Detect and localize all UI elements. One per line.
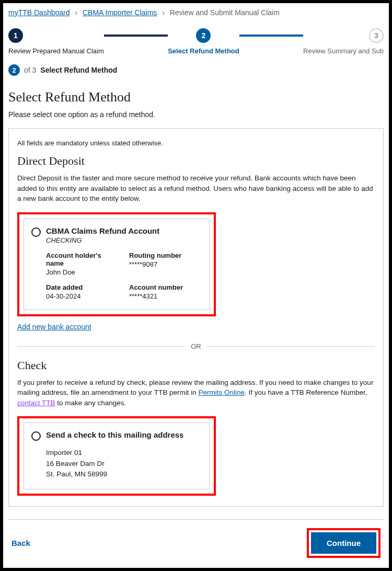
step-3-circle: 3 bbox=[369, 28, 384, 43]
mailing-address: Importer 01 16 Beaver Dam Dr St. Paul, M… bbox=[46, 448, 202, 479]
footer-rule bbox=[8, 519, 384, 520]
account-holder-label: Account holder's name bbox=[46, 252, 119, 267]
routing-number-value: *****9087 bbox=[129, 260, 202, 268]
radio-icon bbox=[31, 431, 41, 441]
check-desc-suffix: to make any changes. bbox=[55, 399, 126, 407]
step-1-label: Review Prepared Manual Claim bbox=[8, 47, 104, 55]
date-added-value: 04-30-2024 bbox=[46, 292, 119, 300]
continue-highlight: Continue bbox=[307, 528, 381, 558]
check-desc-mid: . If you have a TTB Reference Number, bbox=[245, 389, 367, 396]
address-line-3: St. Paul, MN 58999 bbox=[46, 469, 202, 479]
step-1-circle: 1 bbox=[8, 28, 23, 43]
address-line-1: Importer 01 bbox=[46, 448, 202, 458]
direct-deposit-heading: Direct Deposit bbox=[17, 154, 375, 168]
divider-line bbox=[207, 346, 375, 347]
breadcrumb-current: Review and Submit Manual Claim bbox=[170, 8, 280, 17]
check-option-title: Send a check to this mailing address bbox=[46, 430, 202, 439]
footer-row: Back Continue bbox=[8, 528, 384, 558]
radio-icon bbox=[31, 227, 41, 237]
refund-method-panel: All fields are mandatory unless stated o… bbox=[8, 128, 384, 507]
breadcrumb: myTTB Dashboard CBMA Importer Claims Rev… bbox=[8, 8, 384, 17]
account-number: Account number *****4321 bbox=[129, 283, 202, 300]
step-indicator-of: of 3 bbox=[24, 66, 36, 74]
breadcrumb-cbma-importer-claims[interactable]: CBMA Importer Claims bbox=[83, 8, 157, 17]
breadcrumb-separator bbox=[72, 8, 80, 17]
routing-number: Routing number *****9087 bbox=[129, 252, 202, 276]
date-added: Date added 04-30-2024 bbox=[46, 283, 119, 300]
step-2-label: Select Refund Method bbox=[168, 47, 239, 55]
add-bank-account-link[interactable]: Add new bank account bbox=[17, 323, 91, 331]
step-line-2-3 bbox=[239, 35, 303, 37]
account-type: CHECKING bbox=[46, 236, 202, 244]
account-number-label: Account number bbox=[129, 283, 202, 291]
account-number-value: *****4321 bbox=[129, 292, 202, 300]
page-title: Select Refund Method bbox=[8, 89, 384, 105]
permits-online-link[interactable]: Permits Online bbox=[198, 389, 245, 396]
step-1: 1 Review Prepared Manual Claim bbox=[8, 28, 104, 55]
step-2: 2 Select Refund Method bbox=[168, 28, 239, 55]
address-line-2: 16 Beaver Dam Dr bbox=[46, 459, 202, 469]
direct-deposit-desc: Direct Deposit is the faster and more se… bbox=[17, 173, 375, 204]
account-holder: Account holder's name John Doe bbox=[46, 252, 119, 276]
account-title: CBMA Claims Refund Account bbox=[46, 226, 202, 235]
check-heading: Check bbox=[17, 359, 375, 372]
date-added-label: Date added bbox=[46, 283, 119, 291]
back-button[interactable]: Back bbox=[11, 539, 30, 547]
direct-deposit-highlight: CBMA Claims Refund Account CHECKING Acco… bbox=[17, 212, 216, 316]
direct-deposit-option-body: CBMA Claims Refund Account CHECKING Acco… bbox=[46, 226, 202, 300]
contact-ttb-link[interactable]: contact TTB bbox=[17, 399, 55, 407]
step-indicator: 2 of 3 Select Refund Method bbox=[8, 64, 384, 76]
breadcrumb-myttb-dashboard[interactable]: myTTB Dashboard bbox=[8, 8, 70, 17]
step-indicator-number: 2 bbox=[8, 64, 20, 76]
step-2-circle: 2 bbox=[196, 28, 211, 43]
routing-number-label: Routing number bbox=[129, 252, 202, 259]
mandatory-note: All fields are mandatory unless stated o… bbox=[17, 139, 375, 147]
progress-steps: 1 Review Prepared Manual Claim 2 Select … bbox=[8, 28, 384, 55]
step-line-1-2 bbox=[104, 35, 168, 37]
divider-line bbox=[17, 346, 185, 347]
step-3-label: Review Summary and Sub bbox=[303, 47, 384, 55]
check-option[interactable]: Send a check to this mailing address Imp… bbox=[24, 422, 210, 489]
check-desc: If you prefer to receive a refund by che… bbox=[17, 378, 375, 408]
breadcrumb-separator bbox=[159, 8, 168, 17]
step-indicator-title: Select Refund Method bbox=[40, 66, 117, 74]
account-holder-value: John Doe bbox=[46, 268, 119, 276]
direct-deposit-option[interactable]: CBMA Claims Refund Account CHECKING Acco… bbox=[24, 219, 210, 310]
continue-button[interactable]: Continue bbox=[311, 532, 376, 554]
check-option-body: Send a check to this mailing address Imp… bbox=[46, 430, 202, 479]
page-subtitle: Please select one option as a refund met… bbox=[8, 110, 384, 119]
check-highlight: Send a check to this mailing address Imp… bbox=[17, 416, 216, 496]
or-divider: OR bbox=[17, 342, 375, 350]
or-text: OR bbox=[191, 342, 201, 350]
step-3: 3 Review Summary and Sub bbox=[303, 28, 384, 55]
